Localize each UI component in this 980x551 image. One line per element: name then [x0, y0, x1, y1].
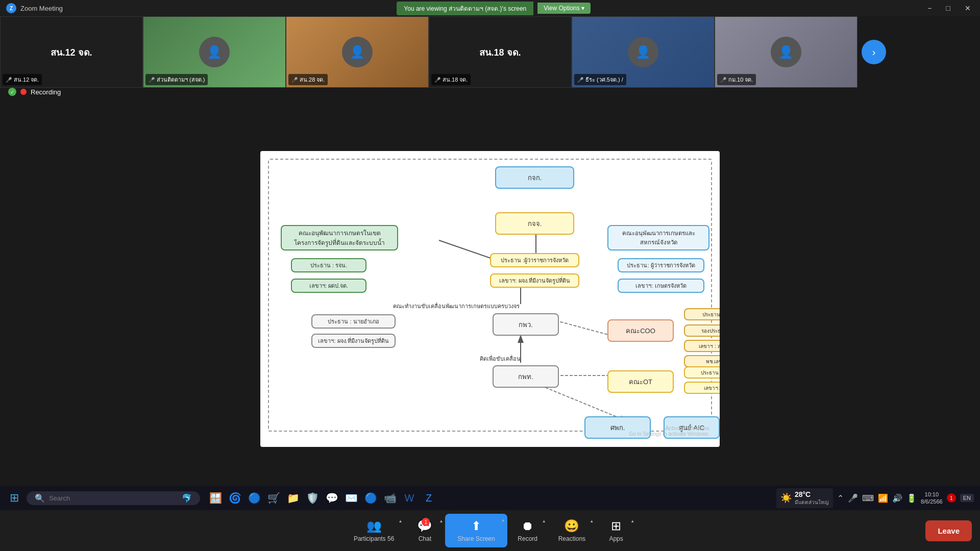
keyboard-sys-icon[interactable]: ⌨ [862, 493, 874, 503]
taskbar-app-widgets[interactable]: 🪟 [206, 489, 225, 507]
mic-muted-icon-4: 🎤 [434, 77, 440, 83]
box-coo: คณะCOO [607, 319, 674, 342]
record-caret[interactable]: ▲ [542, 519, 546, 523]
participant-tile-2: 👤 🎤 ส่วนติดตามฯ (สจต.) [143, 16, 286, 88]
taskbar-apps: 🪟 🌀 🔵 🛒 📁 🛡️ 💬 ✉️ 🔵 📹 W Z [206, 489, 438, 507]
windows-logo-icon: ⊞ [10, 491, 19, 505]
participants-label: Participants 56 [354, 535, 394, 542]
recording-label: Recording [31, 88, 61, 96]
taskbar-app-zoom[interactable]: Z [420, 489, 438, 507]
sharing-banner: You are viewing ส่วนติดตามฯ (สจต.)'s scr… [397, 2, 533, 15]
box-committee-right: คณะอนุพัฒนาการเกษตรและ สหกรณ์จังหวัด [607, 225, 709, 251]
participant-label-3: 🎤 สน.28 จด. [288, 74, 328, 85]
record-button[interactable]: ▲ ⏺ Record [507, 515, 548, 546]
box-coo-p3: เลขาฯ : สนง.เกษตรจังหวัด [684, 340, 720, 352]
box-coo-p2: รองประธาน : กม.จังหวัด [684, 324, 720, 337]
record-label: Record [518, 535, 537, 542]
chat-button[interactable]: ▲ 1 💬 Chat [404, 515, 445, 546]
participant-tile-4: สน.18 จด. 🎤 สน.18 จด. [429, 16, 572, 88]
participants-button[interactable]: ▲ 👥 Participants 56 [344, 515, 404, 546]
chat-caret[interactable]: ▲ [439, 519, 443, 523]
windows-taskbar: ⊞ 🔍 🐬 🪟 🌀 🔵 🛒 📁 🛡️ 💬 ✉️ 🔵 📹 W Z ☀️ [0, 486, 980, 510]
box-chairman-left: ประธาน : รจน. [291, 258, 366, 272]
mic-sys-icon[interactable]: 🎤 [848, 493, 858, 503]
apps-label: Apps [609, 535, 623, 542]
minimize-button[interactable]: − [924, 3, 935, 13]
weather-temp: 28°C [795, 490, 829, 498]
dolphin-icon: 🐬 [182, 493, 192, 503]
participants-icon: 👥 [366, 519, 382, 533]
avatar-3: 👤 [342, 37, 373, 67]
participant-label-2: 🎤 ส่วนติดตามฯ (สจต.) [145, 74, 208, 85]
start-button[interactable]: ⊞ [4, 488, 24, 508]
record-icon: ⏺ [522, 519, 534, 533]
participant-label-1: 🎤 สน.12 จด. [3, 74, 42, 85]
share-screen-button[interactable]: ▲ ⬆ Share Screen [445, 514, 507, 547]
box-committee-left: คณะอนุพัฒนาการเกษตรในเขต โครงการจัดรูปที… [281, 225, 398, 251]
toolbar: ▲ 👥 Participants 56 ▲ 1 💬 Chat ▲ ⬆ Share… [0, 510, 980, 551]
weather-widget: ☀️ 28°C มีแดดส่วนใหญ่ [776, 488, 833, 508]
apps-button[interactable]: ▲ ⊞ Apps [596, 515, 636, 546]
taskbar-app-zoom-meet[interactable]: 📹 [381, 489, 399, 507]
battery-icon[interactable]: 🔋 [906, 493, 917, 503]
notification-icon[interactable]: 1 [947, 493, 956, 503]
reactions-button[interactable]: ▲ 😀 Reactions [548, 515, 596, 546]
reactions-label: Reactions [558, 535, 585, 542]
participant-tile-6: 👤 🎤 กม.10 จด. [715, 16, 857, 88]
participants-caret[interactable]: ▲ [398, 519, 402, 523]
taskbar-app-mail[interactable]: ✉️ [342, 489, 360, 507]
wifi-icon[interactable]: 📶 [878, 493, 888, 503]
view-toggle-button[interactable]: › [862, 40, 886, 64]
taskbar-app-store[interactable]: 🛒 [264, 489, 283, 507]
taskbar-chevron-icon[interactable]: ⌃ [837, 493, 844, 503]
avatar-2: 👤 [199, 37, 230, 67]
avatar-5: 👤 [628, 37, 658, 67]
box-secretary-left: เลขาฯ: ผดป.จต. [291, 279, 366, 293]
apps-icon: ⊞ [611, 519, 621, 533]
activate-windows-text: Activate Windows Go to Settings to activ… [629, 425, 709, 437]
titlebar: Z Zoom Meeting You are viewing ส่วนติดตา… [0, 0, 980, 16]
rec-dot-icon [20, 89, 27, 95]
box-kopwa-chairman: ประธาน : นายอำเภอ [311, 314, 396, 329]
zoom-logo-icon: Z [6, 3, 16, 13]
box-ot-p1: ประธาน : เกษตรอำเภอ [684, 366, 720, 379]
share-screen-icon: ⬆ [471, 519, 481, 533]
share-screen-label: Share Screen [457, 535, 495, 542]
taskbar-app-chromium[interactable]: 🔵 [245, 489, 263, 507]
box-kopwa-secretary: เลขาฯ: ผจง.ที่มีงานจัดรูปที่ดิน [311, 334, 396, 348]
box-chairman-mid: ประธาน :ผู้ว่าราชการจังหวัด [490, 253, 579, 267]
taskbar-app-security[interactable]: 🛡️ [303, 489, 322, 507]
search-input[interactable] [49, 494, 178, 502]
search-bar[interactable]: 🔍 🐬 [27, 491, 200, 505]
mic-muted-icon-1: 🎤 [6, 77, 12, 83]
box-kopth: กพท. [493, 365, 559, 388]
volume-icon[interactable]: 🔊 [892, 493, 902, 503]
view-options-button[interactable]: View Options ▾ [537, 3, 591, 14]
taskbar-app-word[interactable]: W [400, 489, 419, 507]
taskbar-app-chrome[interactable]: 🔵 [361, 489, 380, 507]
close-button[interactable]: ✕ [962, 3, 974, 13]
chat-label: Chat [419, 535, 431, 542]
box-kongj: กจจ. [495, 212, 574, 235]
language-indicator[interactable]: EN [960, 494, 974, 502]
maximize-button[interactable]: □ [943, 3, 953, 13]
taskbar-left: ⊞ 🔍 🐬 🪟 🌀 🔵 🛒 📁 🛡️ 💬 ✉️ 🔵 📹 W Z [0, 488, 446, 508]
recording-indicator: ✓ Recording [8, 88, 61, 96]
box-kopwa: กพว. [493, 313, 559, 336]
apps-caret[interactable]: ▲ [630, 519, 634, 523]
working-team-label: คณะทำงานขับเคลื่อนพัฒนาการเกษตรแบบครบวงจ… [393, 302, 520, 311]
mic-muted-icon-6: 🎤 [720, 77, 726, 83]
taskbar-app-edge[interactable]: 🌀 [226, 489, 244, 507]
avatar-6: 👤 [771, 37, 801, 67]
mic-ok-icon-2: 🎤 [149, 77, 155, 83]
leave-button[interactable]: Leave [925, 520, 972, 541]
reactions-caret[interactable]: ▲ [590, 519, 594, 523]
share-screen-caret[interactable]: ▲ [501, 518, 505, 522]
taskbar-app-folder[interactable]: 📁 [284, 489, 302, 507]
taskbar-app-line[interactable]: 💬 [323, 489, 341, 507]
mic-muted-icon-3: 🎤 [291, 77, 298, 83]
box-chairman-right: ประธาน: ผู้ว่าราชการจังหวัด [618, 258, 704, 272]
box-coo-p4: พช.เลขาฯ : สนง.กม. [684, 355, 720, 367]
search-icon: 🔍 [35, 493, 45, 503]
participant-name-4: สน.18 จด. [479, 45, 521, 60]
